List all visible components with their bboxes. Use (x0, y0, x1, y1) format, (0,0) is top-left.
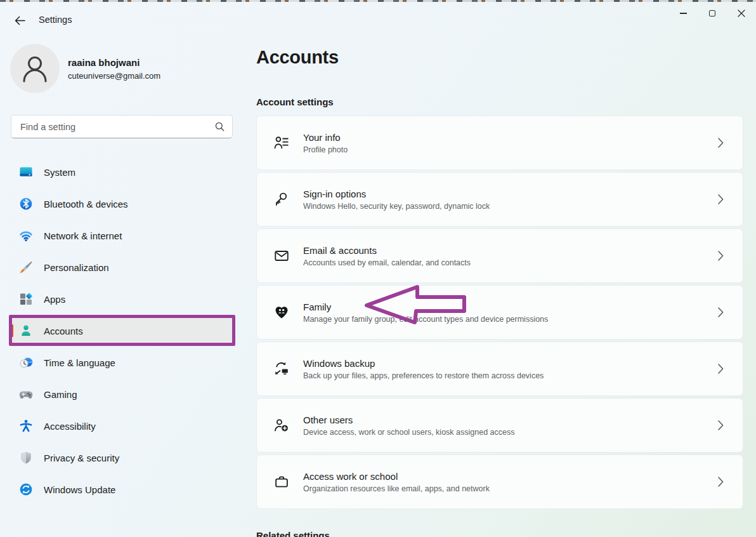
chevron-right-icon (718, 364, 724, 374)
sidebar-item-apps[interactable]: Apps (11, 286, 233, 312)
search-box[interactable] (11, 115, 233, 138)
row-title: Your info (303, 132, 348, 143)
row-title: Email & accounts (303, 245, 471, 256)
sidebar-item-label: Windows Update (44, 484, 115, 495)
sidebar-item-label: Gaming (44, 389, 77, 400)
system-icon (19, 165, 33, 179)
gamepad-icon (19, 387, 33, 401)
shield-icon (19, 451, 33, 465)
sidebar-item-network-internet[interactable]: Network & internet (11, 223, 233, 248)
sidebar-item-label: Time & language (44, 357, 115, 368)
sidebar-item-label: Privacy & security (44, 453, 119, 463)
backup-sync-icon (273, 361, 290, 377)
family-heart-icon (273, 304, 290, 321)
key-icon (273, 191, 290, 208)
chevron-right-icon (718, 194, 724, 204)
back-button[interactable] (9, 11, 30, 29)
settings-window: Settings raaina bhojwani cuteuniverse@gm… (0, 0, 756, 537)
selected-indicator (11, 324, 13, 337)
chevron-right-icon (718, 307, 724, 317)
sidebar-item-system[interactable]: System (11, 159, 233, 185)
time-language-icon (19, 355, 33, 369)
sidebar-item-bluetooth-devices[interactable]: Bluetooth & devices (11, 191, 233, 216)
section-title: Account settings (256, 96, 334, 107)
bluetooth-icon (19, 197, 33, 211)
sidebar-item-gaming[interactable]: Gaming (11, 381, 233, 407)
window-title: Settings (39, 15, 72, 25)
row-subtitle: Accounts used by email, calendar, and co… (303, 258, 471, 267)
mail-icon (273, 248, 290, 264)
sidebar-item-windows-update[interactable]: Windows Update (11, 477, 233, 502)
row-subtitle: Manage your family group, edit account t… (303, 315, 548, 324)
sidebar-item-accounts[interactable]: Accounts (11, 318, 233, 343)
row-subtitle: Windows Hello, security key, password, d… (303, 202, 490, 211)
sidebar-item-label: Accounts (44, 326, 83, 336)
page-title: Accounts (256, 47, 339, 68)
row-subtitle: Device access, work or school users, kio… (303, 428, 514, 437)
maximize-icon (709, 10, 715, 17)
profile-email: cuteuniverse@gmail.com (68, 71, 160, 81)
sidebar-item-time-language[interactable]: Time & language (11, 350, 233, 375)
windows-update-icon (19, 482, 33, 496)
paintbrush-icon (19, 260, 33, 274)
row-title: Other users (303, 414, 514, 425)
avatar (10, 44, 60, 93)
sidebar-item-personalization[interactable]: Personalization (11, 255, 233, 280)
row-windows-backup[interactable]: Windows backup Back up your files, apps,… (256, 341, 743, 396)
sidebar-item-label: Accessibility (44, 421, 96, 432)
minimize-button[interactable] (668, 3, 698, 24)
maximize-button[interactable] (698, 3, 727, 24)
row-family[interactable]: Family Manage your family group, edit ac… (256, 285, 743, 340)
row-title: Family (303, 302, 548, 312)
add-user-icon (273, 417, 290, 434)
sidebar-item-privacy-security[interactable]: Privacy & security (11, 445, 233, 470)
row-your-info[interactable]: Your info Profile photo (256, 116, 743, 170)
related-settings-title: Related settings (256, 530, 330, 537)
row-other-users[interactable]: Other users Device access, work or schoo… (256, 398, 743, 453)
close-button[interactable] (727, 3, 756, 24)
back-arrow-icon (15, 16, 25, 25)
row-access-work-school[interactable]: Access work or school Organization resou… (256, 454, 743, 509)
background-window-sliver (0, 0, 756, 2)
close-icon (738, 10, 745, 17)
your-info-icon (273, 135, 290, 151)
row-subtitle: Organization resources like email, apps,… (303, 484, 490, 493)
briefcase-icon (273, 474, 290, 490)
chevron-right-icon (718, 477, 724, 487)
profile-name: raaina bhojwani (68, 57, 140, 68)
settings-list: Your info Profile photo Sign-in options … (256, 116, 743, 511)
search-input[interactable] (20, 122, 215, 132)
wifi-icon (19, 229, 33, 242)
sidebar-item-accessibility[interactable]: Accessibility (11, 413, 233, 439)
apps-icon (19, 292, 33, 306)
window-controls (668, 3, 756, 24)
sidebar-item-label: Apps (44, 294, 65, 305)
row-title: Sign-in options (303, 189, 490, 199)
accessibility-icon (19, 419, 33, 433)
row-subtitle: Back up your files, apps, preferences to… (303, 371, 544, 380)
chevron-right-icon (718, 138, 724, 148)
sidebar-item-label: System (44, 167, 75, 178)
chevron-right-icon (718, 251, 724, 261)
sidebar-nav: System Bluetooth & devices (11, 159, 233, 508)
row-title: Access work or school (303, 471, 490, 482)
row-subtitle: Profile photo (303, 145, 348, 154)
row-title: Windows backup (303, 358, 544, 369)
sidebar-item-label: Bluetooth & devices (44, 199, 128, 209)
search-icon (215, 122, 225, 131)
person-icon (21, 54, 49, 83)
sidebar-item-label: Network & internet (44, 230, 122, 241)
row-email-accounts[interactable]: Email & accounts Accounts used by email,… (256, 229, 743, 283)
row-sign-in-options[interactable]: Sign-in options Windows Hello, security … (256, 172, 743, 227)
accounts-icon (19, 324, 33, 338)
minimize-icon (680, 13, 687, 14)
chevron-right-icon (718, 420, 724, 430)
sidebar-item-label: Personalization (44, 262, 109, 273)
